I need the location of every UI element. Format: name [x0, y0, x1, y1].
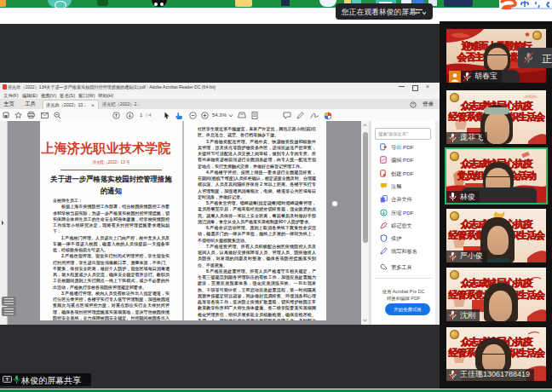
svg-text:?: ? — [412, 101, 415, 107]
